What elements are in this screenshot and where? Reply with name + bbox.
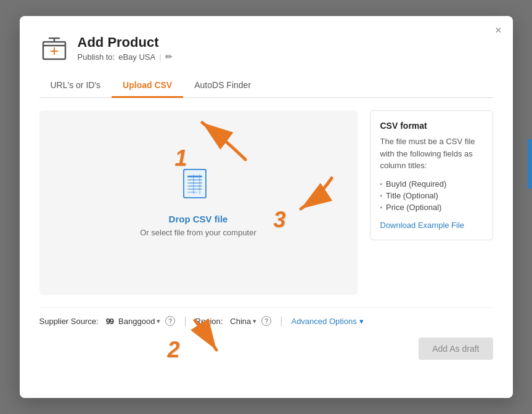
- close-button[interactable]: ×: [495, 25, 502, 36]
- drop-label: Drop CSV file: [169, 214, 228, 224]
- add-as-draft-button[interactable]: Add As draft: [419, 338, 493, 360]
- tab-bar: URL's or ID's Upload CSV AutoDS Finder: [39, 74, 493, 98]
- drop-sublabel: Or select file from your computer: [140, 228, 256, 237]
- page-title: Add Product: [78, 34, 173, 51]
- pipe-divider-2: |: [280, 315, 282, 327]
- side-accent: [528, 139, 533, 189]
- csv-fields-list: BuyId (Required) Title (Optional) Price …: [380, 178, 483, 213]
- region-dropdown[interactable]: China ▾: [230, 317, 256, 326]
- publish-label: Publish to:: [78, 52, 115, 62]
- region-value: China: [230, 317, 251, 326]
- csv-format-title: CSV format: [380, 121, 483, 131]
- csv-field-title: Title (Optional): [380, 190, 483, 201]
- tab-autods-finder[interactable]: AutoDS Finder: [183, 74, 262, 98]
- modal-header: Add Product Publish to: eBay USA | ✏: [39, 33, 493, 63]
- supplier-source-label: Supplier Source:: [39, 317, 99, 326]
- advanced-options-label: Advanced Options: [291, 317, 356, 326]
- supplier-chevron-icon: ▾: [157, 317, 160, 325]
- supplier-name: Banggood: [118, 317, 155, 326]
- modal-footer: Add As draft: [39, 338, 493, 360]
- arrow-3-svg: [289, 172, 344, 227]
- content-area: Drop CSV file Or select file from your c…: [39, 110, 493, 295]
- csv-format-desc: The file must be a CSV file with the fol…: [380, 136, 483, 172]
- advanced-options-button[interactable]: Advanced Options ▾: [291, 317, 363, 326]
- annotation-2: 2: [168, 314, 232, 361]
- tab-urls[interactable]: URL's or ID's: [39, 74, 112, 98]
- drop-zone[interactable]: Drop CSV file Or select file from your c…: [39, 110, 358, 295]
- banggood-logo: 99: [106, 317, 113, 326]
- csv-field-buyid: BuyId (Required): [380, 178, 483, 190]
- tab-upload-csv[interactable]: Upload CSV: [112, 74, 183, 98]
- region-help-icon[interactable]: ?: [261, 316, 271, 326]
- product-icon: [39, 33, 69, 63]
- edit-icon[interactable]: ✏: [165, 52, 173, 62]
- supplier-dropdown[interactable]: Banggood ▾: [118, 317, 160, 326]
- csv-field-price: Price (Optional): [380, 201, 483, 213]
- publish-info: Publish to: eBay USA | ✏: [78, 52, 173, 62]
- bottom-bar: Supplier Source: 99 Banggood ▾ ? | Regio…: [39, 307, 493, 327]
- annotation-3: 3: [274, 172, 344, 231]
- svg-rect-8: [187, 192, 197, 193]
- arrow-2-svg: [182, 314, 232, 357]
- csv-file-icon: [180, 168, 217, 205]
- csv-info-panel: CSV format The file must be a CSV file w…: [370, 110, 493, 240]
- download-example-link[interactable]: Download Example File: [380, 221, 465, 230]
- region-chevron-icon: ▾: [253, 317, 256, 325]
- add-product-modal: × Add Product Publish to: eBay USA | ✏ U…: [20, 16, 513, 398]
- advanced-options-chevron-icon: ▾: [359, 317, 364, 326]
- publish-target: eBay USA: [118, 52, 155, 62]
- header-text: Add Product Publish to: eBay USA | ✏: [78, 34, 173, 62]
